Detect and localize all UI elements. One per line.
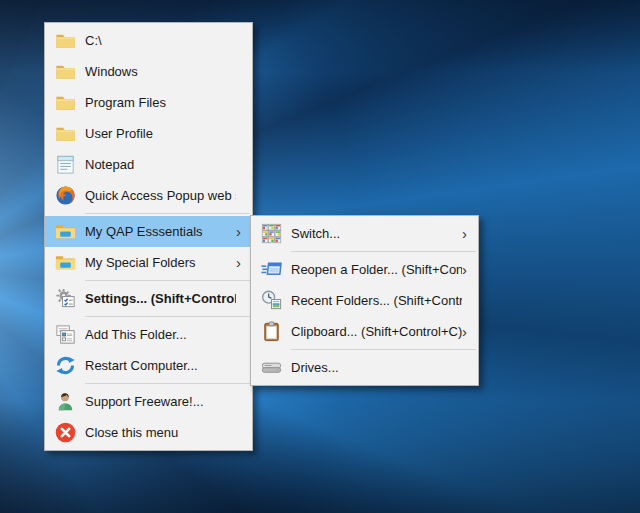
menu-item-clipboard[interactable]: Clipboard... (Shift+Control+C)› xyxy=(251,316,478,347)
folder-icon xyxy=(45,29,85,52)
menu-separator xyxy=(85,383,250,384)
menu-item-my-qap-essentials[interactable]: My QAP Esssentials› xyxy=(45,216,252,247)
menu-item-program-files[interactable]: Program Files xyxy=(45,87,252,118)
restart-icon xyxy=(45,354,85,377)
menu-separator xyxy=(291,251,476,252)
qap-essentials-submenu: Switch...›Reopen a Folder... (Shift+Cont… xyxy=(250,215,479,386)
drives-icon xyxy=(251,356,291,379)
menu-item-user-profile[interactable]: User Profile xyxy=(45,118,252,149)
menu-item-my-special-folders[interactable]: My Special Folders› xyxy=(45,247,252,278)
menu-item-settings[interactable]: Settings... (Shift+Control+S) xyxy=(45,283,252,314)
recent-icon xyxy=(251,289,291,312)
menu-item-label: Restart Computer... xyxy=(85,350,236,381)
menu-item-label: My Special Folders xyxy=(85,247,236,278)
firefox-icon xyxy=(45,184,85,207)
menu-item-reopen-a-folder[interactable]: Reopen a Folder... (Shift+Control+F)› xyxy=(251,254,478,285)
menu-item-recent-folders[interactable]: Recent Folders... (Shift+Control+R) xyxy=(251,285,478,316)
menu-item-label: Program Files xyxy=(85,87,236,118)
menu-item-c-drive[interactable]: C:\ xyxy=(45,25,252,56)
main-menu: C:\WindowsProgram FilesUser ProfileNotep… xyxy=(44,22,253,451)
menu-item-label: Settings... (Shift+Control+S) xyxy=(85,283,236,314)
folder-icon xyxy=(45,91,85,114)
menu-item-notepad[interactable]: Notepad xyxy=(45,149,252,180)
menu-item-label: Windows xyxy=(85,56,236,87)
menu-separator xyxy=(85,316,250,317)
live-folder-icon xyxy=(45,251,85,274)
menu-item-label: My QAP Esssentials xyxy=(85,216,236,247)
folder-icon xyxy=(45,60,85,83)
menu-item-label: C:\ xyxy=(85,25,236,56)
submenu-arrow-icon: › xyxy=(462,254,478,285)
menu-item-label: Recent Folders... (Shift+Control+R) xyxy=(291,285,462,316)
menu-item-label: Quick Access Popup web site xyxy=(85,180,236,211)
menu-item-label: Close this menu xyxy=(85,417,236,448)
submenu-arrow-icon: › xyxy=(462,316,478,347)
live-folder-icon xyxy=(45,220,85,243)
menu-item-switch[interactable]: Switch...› xyxy=(251,218,478,249)
clipboard-icon xyxy=(251,320,291,343)
menu-item-label: User Profile xyxy=(85,118,236,149)
submenu-arrow-icon: › xyxy=(462,218,478,249)
menu-item-label: Add This Folder... xyxy=(85,319,236,350)
desktop-wallpaper: C:\WindowsProgram FilesUser ProfileNotep… xyxy=(0,0,640,513)
menu-item-close-this-menu[interactable]: Close this menu xyxy=(45,417,252,448)
menu-item-drives[interactable]: Drives... xyxy=(251,352,478,383)
menu-item-label: Reopen a Folder... (Shift+Control+F) xyxy=(291,254,462,285)
menu-item-label: Support Freeware!... xyxy=(85,386,236,417)
menu-separator xyxy=(291,349,476,350)
menu-item-support-freeware[interactable]: Support Freeware!... xyxy=(45,386,252,417)
reopen-icon xyxy=(251,258,291,281)
add-folder-icon xyxy=(45,323,85,346)
menu-item-qap-web-site[interactable]: Quick Access Popup web site xyxy=(45,180,252,211)
support-icon xyxy=(45,390,85,413)
menu-item-restart-computer[interactable]: Restart Computer... xyxy=(45,350,252,381)
settings-icon xyxy=(45,287,85,310)
close-icon xyxy=(45,421,85,444)
folder-icon xyxy=(45,122,85,145)
menu-item-label: Switch... xyxy=(291,218,462,249)
notepad-icon xyxy=(45,153,85,176)
menu-item-label: Notepad xyxy=(85,149,236,180)
menu-separator xyxy=(85,280,250,281)
menu-item-label: Clipboard... (Shift+Control+C) xyxy=(291,316,462,347)
menu-separator xyxy=(85,213,250,214)
switch-icon xyxy=(251,222,291,245)
menu-item-add-this-folder[interactable]: Add This Folder... xyxy=(45,319,252,350)
menu-item-windows[interactable]: Windows xyxy=(45,56,252,87)
menu-item-label: Drives... xyxy=(291,352,462,383)
